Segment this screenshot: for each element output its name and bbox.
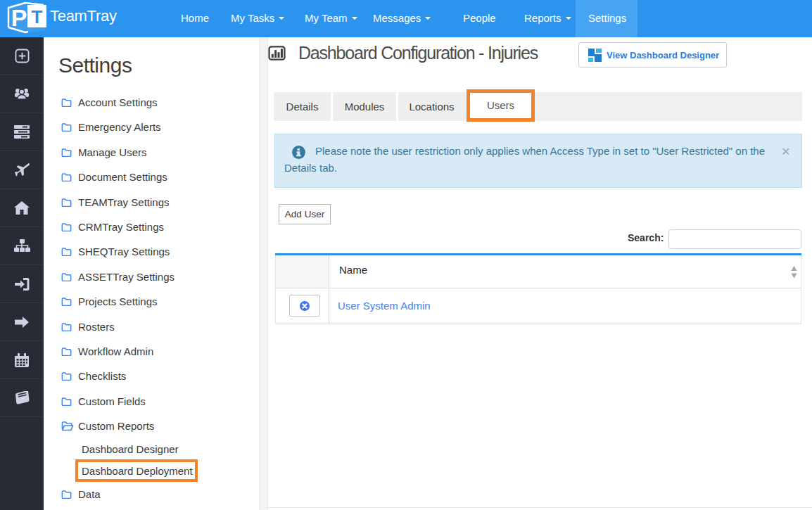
svg-text:P: P	[11, 4, 27, 31]
svg-text:T: T	[32, 6, 43, 27]
